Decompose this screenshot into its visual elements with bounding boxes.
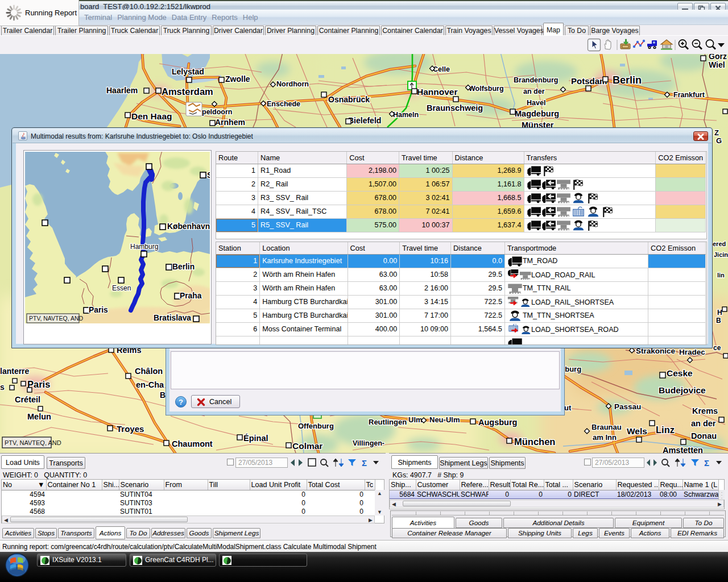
svg-text:Haarlem: Haarlem bbox=[106, 86, 138, 95]
svg-text:Potsdam: Potsdam bbox=[571, 76, 607, 86]
svg-text:Zwolle: Zwolle bbox=[225, 74, 250, 84]
svg-text:Châlon: Châlon bbox=[135, 367, 163, 376]
svg-text:Ceske: Ceske bbox=[667, 368, 693, 378]
svg-text:Praha: Praha bbox=[180, 292, 202, 300]
svg-text:Créteil: Créteil bbox=[15, 395, 40, 404]
svg-text:Essen: Essen bbox=[112, 284, 131, 292]
svg-text:Offenburg: Offenburg bbox=[298, 422, 334, 430]
svg-text:B: B bbox=[716, 317, 721, 325]
svg-text:Hameln: Hameln bbox=[393, 111, 419, 119]
svg-text:G: G bbox=[716, 136, 722, 145]
svg-text:Wolfsburg: Wolfsburg bbox=[469, 85, 504, 93]
svg-text:am Inn: am Inn bbox=[593, 433, 617, 442]
svg-text:Osnabrück: Osnabrück bbox=[328, 95, 370, 104]
svg-text:Brandenburg: Brandenburg bbox=[514, 76, 558, 84]
svg-text:Bielefeld: Bielefeld bbox=[348, 116, 381, 125]
svg-text:København: København bbox=[167, 222, 210, 231]
svg-text:Amsterdam: Amsterdam bbox=[162, 86, 213, 97]
svg-text:Wels: Wels bbox=[627, 426, 647, 436]
svg-text:Havel: Havel bbox=[527, 99, 545, 107]
svg-text:Paris: Paris bbox=[89, 306, 108, 314]
svg-text:peldoorn: peldoorn bbox=[202, 108, 232, 116]
svg-text:Wiel: Wiel bbox=[709, 60, 725, 69]
svg-text:Neu-Ulm: Neu-Ulm bbox=[429, 415, 460, 424]
svg-text:S: S bbox=[207, 170, 210, 180]
svg-text:Nordhorn: Nordhorn bbox=[276, 80, 309, 88]
svg-text:Amstetten: Amstetten bbox=[663, 446, 703, 453]
svg-text:Σ: Σ bbox=[704, 458, 709, 468]
svg-text:ce: ce bbox=[713, 344, 721, 352]
svg-text:Troyes: Troyes bbox=[117, 424, 144, 434]
svg-text:Colmar: Colmar bbox=[292, 441, 322, 451]
svg-text:Épinal: Épinal bbox=[243, 434, 268, 443]
svg-text:lin: lin bbox=[717, 272, 725, 278]
svg-text:Passau: Passau bbox=[614, 402, 641, 411]
svg-text:PTV, NAVTEQ, AND: PTV, NAVTEQ, AND bbox=[29, 315, 84, 322]
svg-text:Chaumont: Chaumont bbox=[172, 439, 213, 448]
svg-text:Hradec: Hradec bbox=[679, 348, 705, 356]
svg-text:Braunau: Braunau bbox=[592, 423, 622, 431]
svg-text:Krems: Krems bbox=[692, 406, 718, 415]
svg-text:H: H bbox=[717, 309, 722, 317]
svg-text:Den Haag: Den Haag bbox=[131, 111, 172, 121]
svg-text:an der: an der bbox=[691, 419, 716, 428]
svg-text:Villingen-: Villingen- bbox=[353, 439, 384, 447]
svg-text:Linz: Linz bbox=[656, 425, 675, 435]
svg-text:Enschede: Enschede bbox=[267, 100, 300, 108]
svg-text:Frankfurt: Frankfurt bbox=[673, 91, 705, 99]
svg-text:Hamburg: Hamburg bbox=[130, 243, 158, 251]
svg-text:Berlin: Berlin bbox=[613, 74, 642, 86]
svg-text:Reutlingen: Reutlingen bbox=[369, 418, 407, 426]
svg-text:s: s bbox=[0, 383, 5, 392]
svg-text:Bratislava: Bratislava bbox=[154, 314, 191, 322]
svg-text:Lelystad: Lelystad bbox=[172, 67, 204, 76]
svg-text:Hannover: Hannover bbox=[417, 87, 458, 97]
svg-text:Σ: Σ bbox=[362, 458, 367, 468]
svg-text:PTV, NAVTEQ, AND: PTV, NAVTEQ, AND bbox=[5, 439, 61, 446]
svg-text:lanterre: lanterre bbox=[0, 367, 30, 376]
svg-text:Magdeburg: Magdeburg bbox=[515, 109, 559, 118]
svg-text:Augsburg: Augsburg bbox=[478, 418, 517, 427]
svg-text:en-Cha: en-Cha bbox=[136, 380, 164, 389]
svg-text:ered: ered bbox=[713, 240, 726, 247]
svg-text:Donau: Donau bbox=[691, 431, 717, 440]
svg-text:an der: an der bbox=[523, 88, 545, 95]
svg-text:Melun: Melun bbox=[27, 412, 51, 421]
svg-text:Celle: Celle bbox=[433, 65, 450, 73]
svg-text:München: München bbox=[514, 436, 555, 447]
svg-text:Jicin: Jicin bbox=[714, 251, 728, 258]
svg-text:Ulm: Ulm bbox=[408, 415, 423, 424]
svg-text:Z: Z bbox=[714, 128, 719, 137]
svg-text:Budejovice: Budejovice bbox=[659, 385, 706, 395]
svg-text:Berlin: Berlin bbox=[172, 263, 195, 271]
svg-text:B: B bbox=[160, 390, 166, 400]
svg-text:Braunschweig: Braunschweig bbox=[427, 103, 483, 113]
svg-text:Arnhem: Arnhem bbox=[215, 118, 245, 127]
